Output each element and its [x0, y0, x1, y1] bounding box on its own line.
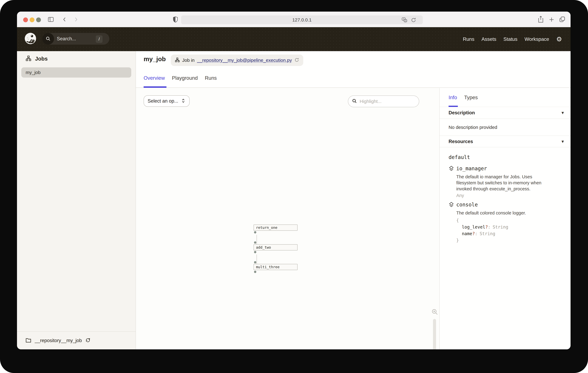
address-bar[interactable]: 127.0.0.1 A 文 — [181, 15, 423, 24]
op-graph-pane[interactable]: Select an op... — [136, 88, 439, 349]
jobs-sidebar: Jobs my_job __repository__my_job — [17, 51, 136, 349]
description-section-header[interactable]: Description ▼ — [440, 107, 571, 119]
info-panel-tabs: Info Types — [440, 88, 571, 107]
sidebar-toggle-icon[interactable] — [47, 16, 54, 23]
zoom-window-button[interactable] — [36, 17, 41, 22]
close-window-button[interactable] — [23, 17, 28, 22]
forward-icon[interactable] — [73, 16, 79, 22]
resource-description: The default io manager for Jobs. Uses fi… — [456, 174, 543, 192]
collapse-arrow-icon: ▼ — [561, 139, 565, 144]
nav-workspace[interactable]: Workspace — [525, 36, 549, 42]
nav-status[interactable]: Status — [503, 36, 517, 42]
dagster-app-bar: / Runs Assets Status Workspace ⚙ — [17, 27, 571, 51]
op-node-label: return_one — [256, 226, 277, 230]
field-optional: ? — [485, 225, 488, 230]
browser-window: 127.0.0.1 A 文 — [17, 11, 571, 349]
field-type: String — [477, 231, 495, 236]
reload-icon[interactable] — [411, 17, 416, 23]
output-port — [254, 271, 256, 273]
reload-repository-icon[interactable] — [294, 57, 299, 63]
op-node-label: multi_three — [256, 265, 280, 269]
resource-name: io_manager — [456, 165, 487, 172]
zoom-slider-track[interactable] — [433, 319, 436, 349]
active-tab-indicator — [449, 106, 458, 107]
tab-overview-icon[interactable] — [559, 16, 566, 23]
new-tab-icon[interactable] — [548, 17, 555, 23]
highlight-input[interactable] — [360, 99, 410, 104]
op-node-return-one[interactable]: return_one — [253, 225, 298, 231]
svg-text:文: 文 — [405, 20, 406, 22]
active-tab-indicator — [144, 86, 167, 88]
search-shortcut-badge: / — [96, 35, 103, 43]
search-input[interactable] — [57, 36, 94, 42]
field-name: log_level — [462, 225, 485, 230]
translate-icon[interactable]: A 文 — [401, 17, 408, 23]
screenshot-stage: 127.0.0.1 A 文 — [0, 0, 588, 373]
search-icon — [42, 33, 54, 45]
field-colon: : — [488, 225, 491, 230]
browser-toolbar: 127.0.0.1 A 文 — [17, 11, 571, 27]
refresh-icon[interactable] — [85, 338, 91, 343]
tab-overview[interactable]: Overview — [144, 75, 165, 81]
input-port — [254, 261, 256, 263]
resource-description: The default colored console logger. — [456, 210, 543, 216]
sidebar-header: Jobs — [25, 55, 48, 62]
output-port — [254, 231, 256, 233]
badge-prefix: Job in — [182, 58, 195, 63]
edge-add-two-multi-three — [256, 254, 257, 264]
back-icon[interactable] — [62, 16, 68, 22]
app-nav: Runs Assets Status Workspace ⚙ — [463, 27, 562, 51]
share-icon[interactable] — [537, 16, 544, 23]
tab-types[interactable]: Types — [464, 95, 478, 100]
nav-runs[interactable]: Runs — [463, 36, 474, 42]
highlight-search[interactable] — [348, 96, 419, 107]
resource-icon — [449, 202, 454, 208]
nav-assets[interactable]: Assets — [482, 36, 496, 42]
sidebar-item-my-job[interactable]: my_job — [21, 67, 131, 77]
minimize-window-button[interactable] — [30, 17, 34, 22]
page-title: my_job — [144, 55, 166, 63]
zoom-in-icon[interactable] — [431, 308, 438, 316]
dagster-logo[interactable] — [24, 33, 36, 44]
op-node-multi-three[interactable]: multi_three — [253, 264, 298, 270]
resource-config-schema: { log_level?:String name?:String } — [456, 217, 508, 244]
job-tabs: Overview Playground Runs — [144, 75, 217, 81]
url-text: 127.0.0.1 — [181, 15, 423, 24]
resource-type: Any — [456, 193, 464, 198]
search-icon — [352, 99, 357, 104]
gear-icon[interactable]: ⚙ — [556, 36, 562, 43]
privacy-shield-icon[interactable] — [173, 16, 178, 24]
resources-section-header[interactable]: Resources ▼ — [440, 136, 571, 147]
sidebar-title: Jobs — [35, 56, 48, 62]
select-op-dropdown[interactable]: Select an op... — [144, 95, 190, 107]
job-main: my_job Job in __repository__my_job@pipel… — [136, 51, 571, 349]
folder-icon — [25, 338, 31, 343]
global-search[interactable]: / — [42, 33, 109, 45]
resource-group: default — [449, 154, 470, 160]
select-op-label: Select an op... — [148, 98, 178, 104]
description-text: No description provided — [449, 125, 497, 130]
output-port — [254, 251, 256, 253]
workflow-icon — [25, 55, 31, 62]
brace-close: } — [456, 237, 508, 244]
tab-runs[interactable]: Runs — [205, 75, 217, 81]
edge-return-one-add-two — [256, 235, 257, 244]
job-origin-badge: Job in __repository__my_job@pipeline_exe… — [171, 55, 303, 66]
repository-link[interactable]: __repository__my_job@pipeline_execution.… — [197, 58, 292, 63]
resource-icon — [449, 165, 454, 172]
field-name: name — [462, 231, 472, 236]
repository-name: __repository__my_job — [35, 338, 82, 343]
sidebar-item-label: my_job — [26, 70, 41, 75]
tab-playground[interactable]: Playground — [172, 75, 198, 81]
repository-footer[interactable]: __repository__my_job — [17, 331, 136, 349]
workflow-icon — [175, 57, 180, 63]
resource-name: console — [456, 202, 478, 208]
description-body: No description provided — [440, 119, 571, 136]
field-type: String — [490, 225, 508, 230]
section-title: Resources — [449, 139, 473, 144]
collapse-arrow-icon: ▼ — [561, 110, 565, 115]
brace-open: { — [456, 217, 508, 224]
tab-info[interactable]: Info — [449, 95, 457, 100]
op-node-add-two[interactable]: add_two — [253, 244, 298, 251]
job-header: my_job Job in __repository__my_job@pipel… — [136, 51, 571, 88]
